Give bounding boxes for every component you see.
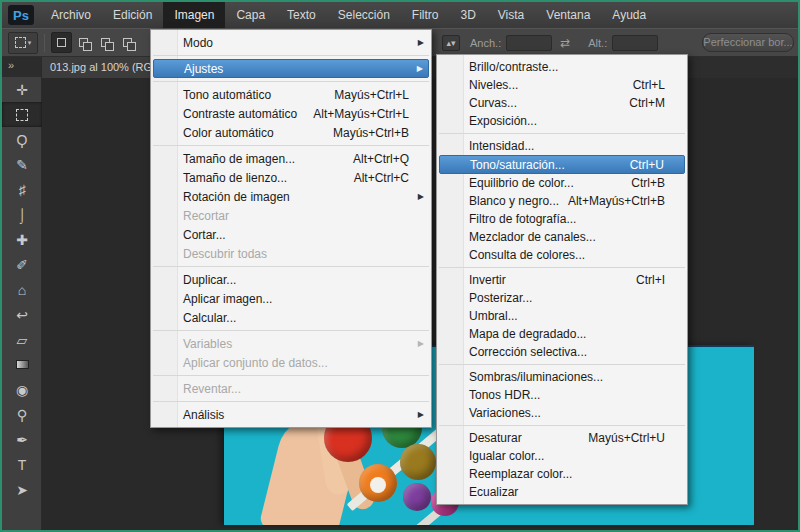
- style-stepper[interactable]: ▴▾: [442, 35, 460, 51]
- history-brush-tool[interactable]: ↩: [2, 302, 42, 327]
- lasso-tool[interactable]: Ϙ: [2, 127, 42, 152]
- menu-item-desaturar[interactable]: DesaturarMayús+Ctrl+U: [437, 429, 687, 447]
- menu-item-variaciones[interactable]: Variaciones...: [437, 404, 687, 422]
- submenu-arrow-icon: ▶: [418, 192, 424, 201]
- menu-item-shortcut: Alt+Ctrl+C: [354, 171, 423, 185]
- subtract-from-selection-button[interactable]: [95, 32, 116, 53]
- menu-item-mapa-de-degradado[interactable]: Mapa de degradado...: [437, 325, 687, 343]
- menubar-item-filtro[interactable]: Filtro: [401, 2, 450, 28]
- gradient-tool[interactable]: [2, 352, 42, 377]
- rectangular-marquee-tool[interactable]: [2, 102, 42, 127]
- brush-tool-icon: ✐: [16, 257, 28, 273]
- menu-item-correccion-selectiva[interactable]: Corrección selectiva...: [437, 343, 687, 361]
- menubar-item-3d[interactable]: 3D: [449, 2, 486, 28]
- menu-item-aplicar-conjunto-de-datos: Aplicar conjunto de datos...: [151, 353, 431, 372]
- menubar-item-edicion[interactable]: Edición: [102, 2, 163, 28]
- menu-item-duplicar[interactable]: Duplicar...: [151, 270, 431, 289]
- rectangular-marquee-tool-icon: [16, 109, 28, 121]
- brush-tool[interactable]: ✐: [2, 252, 42, 277]
- move-tool[interactable]: ✛: [2, 77, 42, 102]
- menu-item-mezclador-de-canales[interactable]: Mezclador de canales...: [437, 228, 687, 246]
- menu-item-umbral[interactable]: Umbral...: [437, 307, 687, 325]
- menu-item-curvas[interactable]: Curvas...Ctrl+M: [437, 94, 687, 112]
- collapse-panel-button[interactable]: »: [2, 57, 41, 77]
- menu-item-consulta-de-colores[interactable]: Consulta de colores...: [437, 246, 687, 264]
- menubar-item-imagen[interactable]: Imagen: [163, 2, 225, 28]
- width-input[interactable]: [506, 35, 552, 51]
- menubar-item-vista[interactable]: Vista: [487, 2, 535, 28]
- menu-item-rotacion-de-imagen[interactable]: Rotación de imagen▶: [151, 187, 431, 206]
- quick-selection-tool[interactable]: ✎: [2, 152, 42, 177]
- refine-edge-button[interactable]: Perfeccionar bor...: [702, 33, 794, 52]
- menu-item-calcular[interactable]: Calcular...: [151, 308, 431, 327]
- menu-item-label: Exposición...: [469, 114, 537, 128]
- dodge-tool[interactable]: ⚲: [2, 402, 42, 427]
- menu-item-brillo-contraste[interactable]: Brillo/contraste...: [437, 58, 687, 76]
- eraser-tool[interactable]: ▱: [2, 327, 42, 352]
- menu-separator: [439, 133, 685, 134]
- menu-item-intensidad[interactable]: Intensidad...: [437, 137, 687, 155]
- menu-item-reventar: Reventar...: [151, 379, 431, 398]
- menu-item-modo[interactable]: Modo▶: [151, 33, 431, 52]
- menubar-item-ventana[interactable]: Ventana: [535, 2, 601, 28]
- menu-item-color-automatico[interactable]: Color automáticoMayús+Ctrl+B: [151, 123, 431, 142]
- menu-item-shortcut: Mayús+Ctrl+U: [588, 431, 679, 445]
- menu-item-equilibrio-de-color[interactable]: Equilibrio de color...Ctrl+B: [437, 174, 687, 192]
- menu-item-filtro-de-fotografia[interactable]: Filtro de fotografía...: [437, 210, 687, 228]
- ball-number-circle: [370, 477, 386, 493]
- link-dimensions-icon[interactable]: ⇄: [560, 36, 570, 50]
- menubar-item-capa[interactable]: Capa: [225, 2, 276, 28]
- add-to-selection-button[interactable]: [73, 32, 94, 53]
- pen-tool[interactable]: ✒: [2, 427, 42, 452]
- menu-item-reemplazar-color[interactable]: Reemplazar color...: [437, 465, 687, 483]
- intersect-selection-button[interactable]: [117, 32, 138, 53]
- menu-item-ajustes[interactable]: Ajustes▶: [153, 59, 429, 78]
- clone-stamp-tool[interactable]: ⌂: [2, 277, 42, 302]
- menu-item-label: Aplicar conjunto de datos...: [183, 356, 328, 370]
- menubar-item-ayuda[interactable]: Ayuda: [601, 2, 657, 28]
- path-selection-tool[interactable]: ➤: [2, 477, 42, 502]
- menu-item-igualar-color[interactable]: Igualar color...: [437, 447, 687, 465]
- dodge-tool-icon: ⚲: [17, 407, 27, 423]
- menu-item-tonos-hdr[interactable]: Tonos HDR...: [437, 386, 687, 404]
- menu-separator: [153, 375, 429, 376]
- menu-item-label: Cortar...: [183, 228, 226, 242]
- menu-item-tamano-de-lienzo[interactable]: Tamaño de lienzo...Alt+Ctrl+C: [151, 168, 431, 187]
- eyedropper-tool[interactable]: ⌡: [2, 202, 42, 227]
- menu-item-label: Invertir: [469, 273, 506, 287]
- submenu-arrow-icon: ▶: [418, 410, 424, 419]
- menu-item-tamano-de-imagen[interactable]: Tamaño de imagen...Alt+Ctrl+Q: [151, 149, 431, 168]
- menu-item-invertir[interactable]: InvertirCtrl+I: [437, 271, 687, 289]
- menu-item-sombras-iluminaciones[interactable]: Sombras/iluminaciones...: [437, 368, 687, 386]
- tool-preset-picker[interactable]: ▾: [8, 32, 38, 54]
- menu-item-shortcut: Ctrl+U: [630, 158, 678, 172]
- height-input[interactable]: [612, 35, 658, 51]
- chevron-down-icon: ▾: [28, 39, 32, 47]
- type-tool[interactable]: T: [2, 452, 42, 477]
- menu-item-cortar[interactable]: Cortar...: [151, 225, 431, 244]
- menu-item-shortcut: Ctrl+L: [633, 78, 679, 92]
- menu-item-shortcut: Alt+Mayús+Ctrl+L: [313, 107, 423, 121]
- menubar-item-archivo[interactable]: Archivo: [40, 2, 102, 28]
- menu-item-niveles[interactable]: Niveles...Ctrl+L: [437, 76, 687, 94]
- menu-item-ecualizar[interactable]: Ecualizar: [437, 483, 687, 501]
- eyedropper-tool-icon: ⌡: [18, 207, 26, 223]
- menu-item-blanco-y-negro[interactable]: Blanco y negro...Alt+Mayús+Ctrl+B: [437, 192, 687, 210]
- menubar-item-seleccion[interactable]: Selección: [327, 2, 401, 28]
- healing-brush-tool[interactable]: ✚: [2, 227, 42, 252]
- menu-item-tono-saturacion[interactable]: Tono/saturación...Ctrl+U: [439, 155, 685, 174]
- menu-item-exposicion[interactable]: Exposición...: [437, 112, 687, 130]
- new-selection-button[interactable]: [51, 32, 72, 53]
- menu-item-label: Equilibrio de color...: [469, 176, 574, 190]
- menu-item-label: Recortar: [183, 209, 229, 223]
- menu-item-tono-automatico[interactable]: Tono automáticoMayús+Ctrl+L: [151, 85, 431, 104]
- menubar-item-texto[interactable]: Texto: [276, 2, 327, 28]
- menu-item-analisis[interactable]: Análisis▶: [151, 405, 431, 424]
- menu-item-contraste-automatico[interactable]: Contraste automáticoAlt+Mayús+Ctrl+L: [151, 104, 431, 123]
- menu-item-aplicar-imagen[interactable]: Aplicar imagen...: [151, 289, 431, 308]
- crop-tool[interactable]: ♯: [2, 177, 42, 202]
- menu-item-label: Mapa de degradado...: [469, 327, 586, 341]
- menu-item-posterizar[interactable]: Posterizar...: [437, 289, 687, 307]
- adjustments-submenu-popup: Brillo/contraste...Niveles...Ctrl+LCurva…: [436, 54, 688, 505]
- blur-tool[interactable]: ◉: [2, 377, 42, 402]
